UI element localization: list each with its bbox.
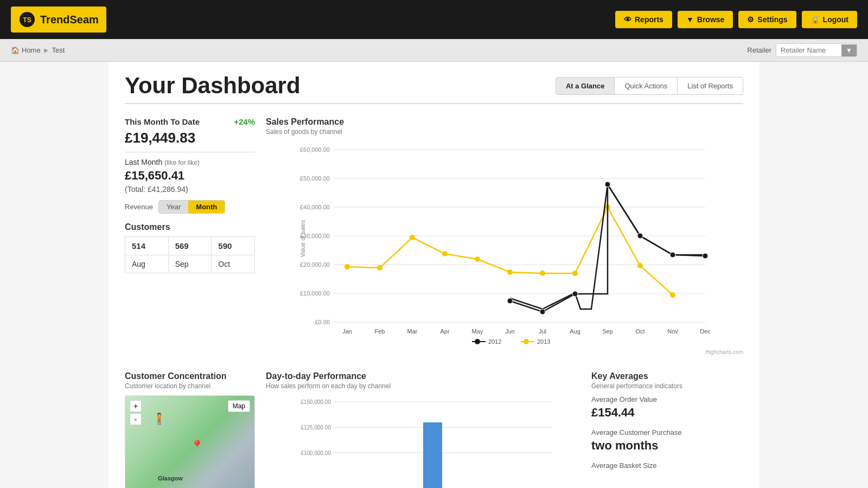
svg-text:£20,000.00: £20,000.00 — [300, 261, 330, 268]
daytoday-section: Day-to-day Performance How sales perform… — [266, 371, 580, 488]
stat-divider-1 — [125, 152, 255, 152]
map-zoom-out-button[interactable]: - — [130, 413, 142, 425]
retailer-label: Retailer — [747, 46, 771, 54]
series-2013-dot-apr — [442, 251, 448, 256]
customers-aug-label: Aug — [125, 255, 169, 273]
svg-text:£60,000.00: £60,000.00 — [300, 146, 330, 153]
svg-text:Mar: Mar — [407, 328, 418, 335]
this-month-section: This Month To Date +24% £19,449.83 Last … — [125, 117, 255, 214]
sales-chart-svg: .axis-label { font-size: 11px; fill: #88… — [266, 141, 743, 347]
dropdown-icon: ▼ — [686, 15, 694, 24]
customers-oct-label: Oct — [212, 255, 255, 273]
avg-basket-size-label: Average Basket Size — [591, 461, 743, 470]
customers-aug-value: 514 — [125, 237, 169, 255]
retailer-dropdown: ▼ — [776, 43, 857, 57]
dashboard-row: This Month To Date +24% £19,449.83 Last … — [125, 117, 743, 355]
svg-text:£10,000.00: £10,000.00 — [300, 290, 330, 297]
retailer-name-input[interactable] — [776, 44, 841, 56]
avg-customer-purchase-value: two months — [591, 439, 743, 453]
svg-text:Oct: Oct — [635, 328, 644, 335]
map-type-button[interactable]: Map — [228, 400, 250, 412]
avg-customer-purchase-item: Average Customer Purchase two months — [591, 428, 743, 453]
breadcrumb-separator: ► — [43, 46, 50, 54]
retailer-select-area: Retailer ▼ — [747, 43, 857, 57]
series-2012-dot-oct — [637, 233, 643, 239]
customer-concentration-section: Customer Concentration Customer location… — [125, 371, 255, 488]
retailer-dropdown-button[interactable]: ▼ — [841, 44, 857, 56]
avg-basket-size-item: Average Basket Size — [591, 461, 743, 470]
breadcrumb-current: Test — [52, 46, 65, 54]
legend-2013-label: 2013 — [537, 338, 550, 345]
svg-text:Feb: Feb — [375, 328, 385, 335]
series-2013-dot-feb — [377, 265, 382, 271]
svg-text:£150,000.00: £150,000.00 — [301, 399, 331, 405]
logo-icon: TS — [18, 11, 36, 28]
svg-text:Dec: Dec — [700, 328, 711, 335]
highcharts-credit: Highcharts.com — [266, 349, 743, 355]
daytoday-title: Day-to-day Performance — [266, 371, 580, 381]
svg-text:TS: TS — [23, 16, 31, 24]
map-zoom-in-button[interactable]: + — [130, 400, 142, 412]
revenue-toggle: Revenue Year Month — [125, 200, 255, 214]
this-month-header: This Month To Date +24% — [125, 117, 255, 126]
tab-quick-actions[interactable]: Quick Actions — [615, 78, 678, 94]
map-pin-icon: 📍 — [190, 439, 204, 452]
browse-button[interactable]: ▼ Browse — [678, 11, 733, 28]
customers-numbers-row: 514 569 590 — [125, 237, 255, 255]
series-2012-dot-nov — [670, 252, 675, 258]
svg-text:£50,000.00: £50,000.00 — [300, 175, 330, 182]
settings-button[interactable]: ⚙ Settings — [738, 11, 796, 28]
chart-area: Sales Performance Sales of goods by chan… — [266, 117, 743, 355]
customers-section: Customers 514 569 590 Aug Sep Oct — [125, 222, 255, 273]
daytoday-chart: £150,000.00 £125,000.00 £100,000.00 — [266, 395, 580, 488]
avg-order-value-value: £154.44 — [591, 406, 743, 420]
chart-container: .axis-label { font-size: 11px; fill: #88… — [266, 141, 743, 347]
map-person-icon: 🧍 — [152, 412, 166, 425]
key-averages-title: Key Averages — [591, 371, 743, 381]
series-2013-dot-may — [475, 256, 480, 262]
series-2012-dot-jul — [540, 309, 545, 314]
customers-oct-value: 590 — [212, 237, 255, 255]
last-month-label: Last Month (like for like) — [125, 158, 255, 166]
this-month-value: £19,449.83 — [125, 130, 255, 146]
reports-button[interactable]: 👁 Reports — [615, 11, 672, 28]
left-panel: This Month To Date +24% £19,449.83 Last … — [125, 117, 255, 355]
breadcrumb-bar: 🏠 Home ► Test Retailer ▼ — [0, 39, 868, 62]
series-2012-dot-aug — [572, 291, 578, 297]
map-controls: + - — [130, 400, 142, 425]
daytoday-subtitle: How sales perform on each day by channel — [266, 382, 580, 390]
series-2012-line-2 — [510, 184, 705, 312]
customers-sep-value: 569 — [168, 237, 212, 255]
svg-text:Jan: Jan — [342, 328, 352, 335]
svg-text:Jun: Jun — [505, 328, 515, 335]
series-2012-dot-dec — [703, 253, 708, 259]
logout-button[interactable]: 🔒 Logout — [802, 11, 857, 28]
tab-list-of-reports[interactable]: List of Reports — [678, 78, 743, 94]
legend-2012-label: 2012 — [488, 338, 501, 345]
svg-text:£0.00: £0.00 — [315, 319, 330, 325]
main-content: Your Dashboard At a Glance Quick Actions… — [108, 62, 760, 488]
revenue-label: Revenue — [125, 203, 153, 211]
avg-order-value-label: Average Order Value — [591, 395, 743, 403]
nav-buttons: 👁 Reports ▼ Browse ⚙ Settings 🔒 Logout — [615, 11, 857, 28]
month-toggle-button[interactable]: Month — [188, 201, 225, 213]
logo-badge: TS TrendSeam — [11, 7, 106, 33]
tab-at-a-glance[interactable]: At a Glance — [556, 78, 615, 94]
chart-title: Sales Performance — [266, 117, 743, 127]
last-month-value: £15,650.41 — [125, 169, 255, 183]
customers-label: Customers — [125, 222, 255, 232]
svg-text:Nov: Nov — [667, 328, 678, 335]
map-container: North Sea + - Map 🧍 📍 Glasgow — [125, 395, 255, 488]
svg-text:£40,000.00: £40,000.00 — [300, 204, 330, 210]
eye-icon: 👁 — [624, 15, 631, 24]
series-2012-dot-jun — [507, 298, 513, 304]
svg-text:Aug: Aug — [570, 328, 580, 335]
year-toggle-button[interactable]: Year — [159, 201, 188, 213]
page-header: Your Dashboard At a Glance Quick Actions… — [125, 73, 743, 99]
customers-table: 514 569 590 Aug Sep Oct — [125, 236, 255, 273]
page-divider — [125, 103, 743, 104]
breadcrumb-home[interactable]: Home — [22, 46, 41, 54]
customer-concentration-subtitle: Customer location by channel — [125, 382, 255, 390]
home-icon: 🏠 — [11, 46, 20, 54]
svg-text:£125,000.00: £125,000.00 — [301, 425, 331, 431]
